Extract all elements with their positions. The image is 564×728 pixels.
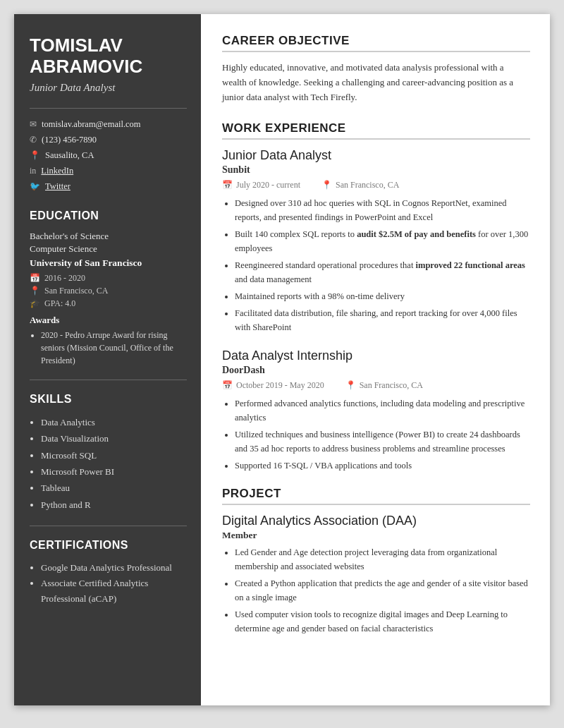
job-2-dates: 📅 October 2019 - May 2020	[222, 380, 324, 391]
career-objective-text: Highly educated, innovative, and motivat…	[222, 61, 530, 104]
job-2-company: DoorDash	[222, 365, 530, 376]
location-icon: 📍	[30, 150, 40, 161]
bullet-item: Built 140 complex SQL reports to audit $…	[235, 227, 530, 255]
bullet-item: Reengineered standard operational proced…	[235, 258, 530, 286]
bullet-item: Used computer vision tools to recognize …	[235, 607, 530, 636]
bullet-item: Created a Python application that predic…	[235, 576, 530, 605]
calendar-icon: 📅	[30, 273, 40, 284]
location-icon: 📍	[321, 180, 332, 190]
bullet-item: Utilized techniques and business intelli…	[235, 427, 530, 456]
edu-university: University of San Francisco	[30, 257, 187, 269]
project-name: Digital Analytics Association (DAA)	[222, 514, 530, 528]
skills-list: Data Analytics Data Visualization Micros…	[30, 414, 187, 513]
main-content: CAREER OBJECTIVE Highly educated, innova…	[201, 14, 550, 705]
edu-degree: Bachelor's of Science	[30, 231, 187, 242]
location-edu-icon: 📍	[30, 286, 40, 296]
email-icon: ✉	[30, 119, 37, 130]
job-2-title: Data Analyst Internship	[222, 348, 530, 363]
skill-item: Data Visualization	[41, 430, 187, 447]
skill-item: Python and R	[41, 497, 187, 513]
job-2-bullets: Performed advanced analytics functions, …	[222, 396, 530, 473]
project-role: Member	[222, 530, 530, 541]
certifications-section-title: CERTIFICATIONS	[30, 539, 187, 552]
cert-list: Google Data Analytics Professional Assoc…	[30, 560, 187, 607]
location-icon: 📍	[345, 380, 356, 391]
edu-major: Computer Science	[30, 243, 187, 255]
job-1-meta: 📅 July 2020 - current 📍 San Francisco, C…	[222, 180, 530, 190]
project-bullets: Led Gender and Age detection project lev…	[222, 545, 530, 636]
job-1-bullets: Designed over 310 ad hoc queries with SQ…	[222, 196, 530, 334]
bullet-item: Led Gender and Age detection project lev…	[235, 545, 530, 574]
contact-linkedin[interactable]: in LinkedIn	[30, 166, 187, 176]
awards-list: 2020 - Pedro Arrupe Award for rising sen…	[30, 329, 187, 367]
job-1: Junior Data Analyst Sunbit 📅 July 2020 -…	[222, 148, 530, 334]
cert-item: Associate Certified Analytics Profession…	[41, 576, 187, 607]
bullet-item: Performed advanced analytics functions, …	[235, 396, 530, 425]
edu-gpa: 🎓 GPA: 4.0	[30, 298, 187, 309]
skill-item: Tableau	[41, 480, 187, 496]
phone-icon: ✆	[30, 135, 37, 145]
calendar-icon: 📅	[222, 180, 233, 190]
sidebar: TOMISLAV ABRAMOVIC Junior Data Analyst ✉…	[14, 14, 201, 705]
award-item: 2020 - Pedro Arrupe Award for rising sen…	[41, 329, 187, 367]
calendar-icon: 📅	[222, 380, 233, 391]
career-objective-heading: CAREER OBJECTIVE	[222, 34, 530, 52]
gpa-icon: 🎓	[30, 298, 40, 309]
bullet-item: Designed over 310 ad hoc queries with SQ…	[235, 196, 530, 224]
job-2-location: 📍 San Francisco, CA	[345, 380, 423, 391]
contact-location: 📍 Sausalito, CA	[30, 150, 187, 161]
job-2: Data Analyst Internship DoorDash 📅 Octob…	[222, 348, 530, 473]
skill-item: Microsoft Power BI	[41, 463, 187, 480]
edu-years: 📅 2016 - 2020	[30, 273, 187, 284]
bullet-item: Supported 16 T-SQL / VBA applications an…	[235, 459, 530, 473]
education-section-title: EDUCATION	[30, 210, 187, 222]
job-1-dates: 📅 July 2020 - current	[222, 180, 300, 190]
job-2-meta: 📅 October 2019 - May 2020 📍 San Francisc…	[222, 380, 530, 391]
edu-location: 📍 San Francisco, CA	[30, 286, 187, 296]
contact-phone: ✆ (123) 456-7890	[30, 135, 187, 145]
project-heading: PROJECT	[222, 487, 530, 505]
skill-item: Data Analytics	[41, 414, 187, 430]
bullet-item: Facilitated data distribution, file shar…	[235, 306, 530, 334]
job-1-location: 📍 San Francisco, CA	[321, 180, 399, 190]
contact-twitter[interactable]: 🐦 Twitter	[30, 181, 187, 192]
resume-container: TOMISLAV ABRAMOVIC Junior Data Analyst ✉…	[14, 14, 550, 705]
twitter-icon: 🐦	[30, 181, 40, 192]
job-1-title: Junior Data Analyst	[222, 148, 530, 163]
work-experience-heading: WORK EXPERIENCE	[222, 121, 530, 140]
skills-section-title: SKILLS	[30, 393, 187, 406]
job-1-company: Sunbit	[222, 164, 530, 176]
awards-title: Awards	[30, 315, 187, 326]
linkedin-icon: in	[30, 166, 36, 176]
contact-list: ✉ tomislav.abram@email.com ✆ (123) 456-7…	[30, 108, 187, 192]
cert-item: Google Data Analytics Professional	[41, 560, 187, 576]
bullet-item: Maintained reports with a 98% on-time de…	[235, 289, 530, 303]
skill-item: Microsoft SQL	[41, 447, 187, 463]
candidate-title: Junior Data Analyst	[30, 82, 187, 94]
candidate-name: TOMISLAV ABRAMOVIC	[30, 35, 187, 78]
contact-email: ✉ tomislav.abram@email.com	[30, 119, 187, 130]
